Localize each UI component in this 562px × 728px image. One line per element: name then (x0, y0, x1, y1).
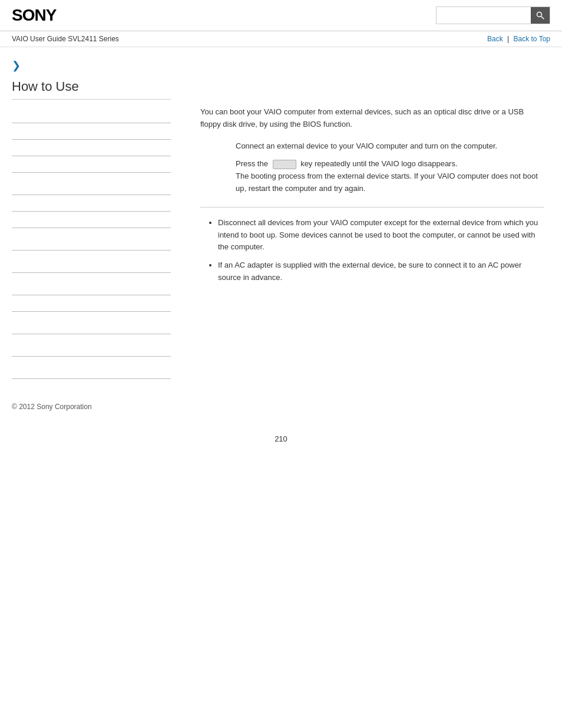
page-number: 210 (0, 423, 562, 455)
note-item-1: Disconnect all devices from your VAIO co… (218, 217, 544, 253)
steps-list: Connect an external device to your VAIO … (236, 140, 544, 195)
back-to-top-link[interactable]: Back to Top (514, 35, 550, 43)
sidebar-nav-item[interactable] (12, 256, 171, 273)
sidebar-nav-item[interactable] (12, 363, 171, 379)
step-2: Press the key repeatedly until the VAIO … (236, 158, 544, 195)
search-input[interactable] (437, 7, 531, 24)
sidebar-nav-item[interactable] (12, 179, 171, 195)
copyright-text: © 2012 Sony Corporation (12, 403, 92, 411)
step-2-text: Press the key repeatedly until the VAIO … (236, 159, 538, 193)
step-1: Connect an external device to your VAIO … (236, 140, 544, 153)
sub-header: VAIO User Guide SVL2411 Series Back | Ba… (0, 31, 562, 47)
sidebar-spacer (12, 312, 171, 318)
svg-line-1 (541, 17, 544, 19)
nav-separator: | (507, 35, 511, 43)
sidebar-spacer (12, 251, 171, 256)
search-button[interactable] (531, 7, 550, 24)
guide-title: VAIO User Guide SVL2411 Series (12, 35, 119, 43)
content-area: You can boot your VAIO computer from ext… (183, 47, 562, 391)
sidebar-spacer (12, 173, 171, 179)
sidebar: ❯ How to Use (0, 47, 183, 391)
footer: © 2012 Sony Corporation (0, 391, 562, 423)
sidebar-nav-item[interactable] (12, 295, 171, 312)
notes-list: Disconnect all devices from your VAIO co… (218, 217, 544, 284)
sidebar-nav-item[interactable] (12, 156, 171, 173)
note-item-2: If an AC adapter is supplied with the ex… (218, 259, 544, 284)
nav-links: Back | Back to Top (487, 35, 550, 43)
sidebar-spacer (12, 273, 171, 279)
sidebar-spacer (12, 357, 171, 363)
search-icon (536, 11, 544, 19)
sidebar-spacer (12, 228, 171, 234)
search-area (436, 6, 550, 24)
sidebar-nav-item[interactable] (12, 212, 171, 228)
sidebar-spacer (12, 334, 171, 340)
sidebar-nav-lines (12, 107, 171, 379)
note-1-text: Disconnect all devices from your VAIO co… (218, 218, 538, 252)
header: SONY (0, 0, 562, 31)
sidebar-nav-item[interactable] (12, 140, 171, 156)
content-intro: You can boot your VAIO computer from ext… (200, 106, 544, 131)
note-2-text: If an AC adapter is supplied with the ex… (218, 261, 521, 282)
sidebar-nav-item[interactable] (12, 234, 171, 251)
sidebar-section-title: How to Use (12, 79, 171, 100)
main-content: ❯ How to Use (0, 47, 562, 391)
sidebar-nav-item[interactable] (12, 279, 171, 295)
notes-section: Disconnect all devices from your VAIO co… (200, 207, 544, 284)
step-1-text: Connect an external device to your VAIO … (236, 141, 497, 150)
sidebar-chevron-icon: ❯ (12, 59, 171, 72)
back-link[interactable]: Back (487, 35, 503, 43)
sidebar-nav-item[interactable] (12, 318, 171, 334)
sidebar-nav-item[interactable] (12, 195, 171, 212)
sony-logo: SONY (12, 6, 56, 25)
sidebar-nav-item[interactable] (12, 107, 171, 123)
sidebar-nav-item[interactable] (12, 123, 171, 140)
sidebar-nav-item[interactable] (12, 340, 171, 357)
key-icon (273, 160, 296, 169)
